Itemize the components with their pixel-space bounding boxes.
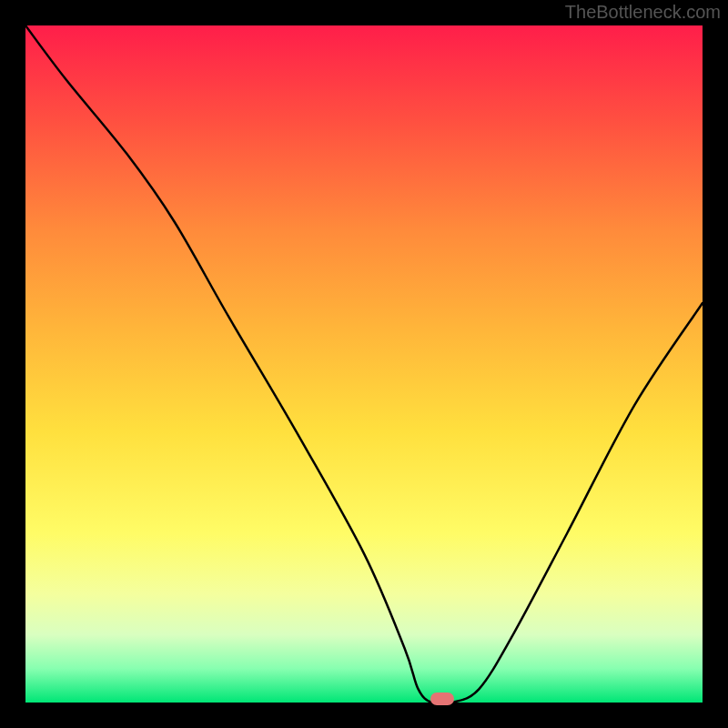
optimal-point-marker bbox=[430, 693, 454, 705]
bottleneck-curve bbox=[25, 25, 703, 703]
attribution-label: TheBottleneck.com bbox=[565, 2, 721, 23]
chart-container: TheBottleneck.com bbox=[0, 0, 728, 728]
plot-area bbox=[25, 25, 703, 703]
